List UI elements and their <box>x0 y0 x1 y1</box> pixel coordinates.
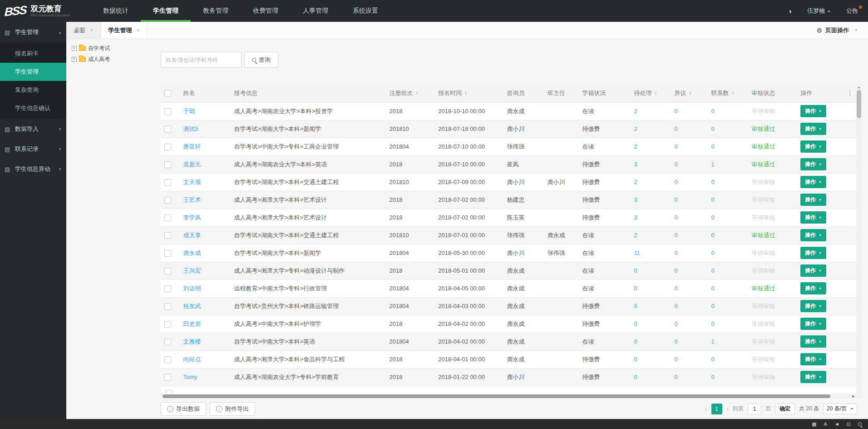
row-checkbox[interactable] <box>164 321 171 328</box>
row-checkbox[interactable] <box>164 339 171 345</box>
pending-count-link[interactable]: 11 <box>634 249 640 256</box>
expand-icon[interactable]: + <box>72 57 77 62</box>
pending-count-link[interactable]: 0 <box>634 285 637 292</box>
row-action-button[interactable]: 操作▼ <box>800 353 826 365</box>
pending-count-link[interactable]: 3 <box>634 196 637 203</box>
nav-item-hr[interactable]: 人事管理 <box>291 0 340 22</box>
row-action-button[interactable]: 操作▼ <box>800 247 826 259</box>
student-name-link[interactable]: 成天享 <box>183 232 201 239</box>
horizontal-scrollbar[interactable]: ▶ <box>161 394 856 399</box>
pending-count-link[interactable]: 3 <box>634 161 637 168</box>
row-checkbox[interactable] <box>164 126 171 133</box>
row-checkbox[interactable] <box>164 179 171 186</box>
nav-item-academic[interactable]: 教务管理 <box>191 0 241 22</box>
contacts-count-link[interactable]: 0 <box>711 179 714 185</box>
row-action-button[interactable]: 操作▼ <box>800 158 826 170</box>
row-action-button[interactable]: 操作▼ <box>800 371 826 383</box>
sort-icon[interactable]: ▲▼ <box>731 91 734 95</box>
sort-icon[interactable]: ▲▼ <box>415 91 418 95</box>
sidebar-group-contact-records[interactable]: ▤ 联系记录 ▼ <box>0 139 66 159</box>
row-action-button[interactable]: 操作▼ <box>800 123 826 135</box>
row-action-button[interactable]: 操作▼ <box>800 264 826 277</box>
expand-icon[interactable]: + <box>72 46 77 51</box>
student-name-link[interactable]: 文雅楼 <box>183 338 201 345</box>
sidebar-item-student-mgmt[interactable]: 学生管理 <box>0 63 66 81</box>
scroll-up-icon[interactable]: ▲ <box>858 84 861 90</box>
student-name-link[interactable]: 萧亚轩 <box>183 143 201 150</box>
row-checkbox[interactable] <box>164 356 171 363</box>
pending-count-link[interactable]: 2 <box>634 232 637 239</box>
contacts-count-link[interactable]: 0 <box>711 285 714 292</box>
row-checkbox[interactable] <box>164 214 171 221</box>
prev-page-icon[interactable]: ‹ <box>705 405 707 413</box>
pending-count-link[interactable]: 0 <box>634 303 637 309</box>
contacts-count-link[interactable]: 0 <box>711 374 714 380</box>
row-action-button[interactable]: 操作▼ <box>800 282 826 294</box>
student-name-link[interactable]: 文天项 <box>183 179 201 185</box>
row-checkbox[interactable] <box>166 390 173 393</box>
tray-input-method-icon[interactable]: A <box>824 419 827 429</box>
student-name-link[interactable]: 刘达明 <box>183 285 201 292</box>
student-name-link[interactable]: 测试5 <box>183 125 198 132</box>
sidebar-section-students[interactable]: ▤ 学生管理 ▲ <box>0 22 66 43</box>
scroll-right-icon[interactable]: ▶ <box>851 394 856 398</box>
student-name-link[interactable]: 李学风 <box>183 214 201 221</box>
select-all-checkbox[interactable] <box>164 90 171 97</box>
row-checkbox[interactable] <box>164 144 171 150</box>
page-actions-dropdown[interactable]: ⚙ 页面操作 ▼ <box>807 22 868 39</box>
pending-count-link[interactable]: 0 <box>634 356 637 363</box>
row-action-button[interactable]: 操作▼ <box>800 335 826 348</box>
horizontal-scrollbar-thumb[interactable] <box>163 394 830 398</box>
contacts-count-link[interactable]: 0 <box>711 232 714 239</box>
tray-volume-icon[interactable]: ◄ <box>834 419 839 429</box>
row-checkbox[interactable] <box>164 250 171 257</box>
column-header-8[interactable]: 异议▲▼ <box>671 84 708 102</box>
dispute-count-link[interactable]: 0 <box>675 143 678 150</box>
contacts-count-link[interactable]: 0 <box>711 125 714 132</box>
contacts-count-link[interactable]: 0 <box>711 303 714 309</box>
row-checkbox[interactable] <box>164 268 171 274</box>
goto-page-input[interactable] <box>748 404 761 414</box>
student-name-link[interactable]: 于聪 <box>183 108 195 115</box>
pending-count-link[interactable]: 2 <box>634 125 637 132</box>
theme-palette-icon[interactable]: ◑ <box>788 7 792 15</box>
dispute-count-link[interactable]: 0 <box>675 356 678 363</box>
student-name-link[interactable]: Tomy <box>183 374 197 380</box>
dispute-count-link[interactable]: 0 <box>675 161 678 168</box>
pending-count-link[interactable]: 2 <box>634 108 637 115</box>
row-action-button[interactable]: 操作▼ <box>800 194 826 206</box>
student-name-link[interactable]: 王艺术 <box>183 196 201 203</box>
row-checkbox[interactable] <box>164 108 171 115</box>
contacts-count-link[interactable]: 1 <box>711 338 714 345</box>
dispute-count-link[interactable]: 0 <box>675 179 678 185</box>
dispute-count-link[interactable]: 0 <box>675 196 678 203</box>
dispute-count-link[interactable]: 0 <box>675 108 678 115</box>
sidebar-item-info-confirm[interactable]: 学生信息确认 <box>0 99 66 117</box>
next-page-icon[interactable]: › <box>726 405 729 413</box>
nav-item-students[interactable]: 学生管理 <box>141 0 191 22</box>
sort-icon[interactable]: ▲▼ <box>689 91 692 95</box>
student-name-link[interactable]: 田史岩 <box>183 320 201 327</box>
close-icon[interactable]: × <box>137 27 140 34</box>
column-header-2[interactable]: 注册批次▲▼ <box>385 84 434 102</box>
nav-item-statistics[interactable]: 数据统计 <box>91 0 141 22</box>
row-action-button[interactable]: 操作▼ <box>800 105 826 117</box>
row-action-button[interactable]: 操作▼ <box>800 318 826 330</box>
sidebar-item-complex-query[interactable]: 复杂查询 <box>0 81 66 99</box>
close-icon[interactable]: × <box>90 27 94 34</box>
row-checkbox[interactable] <box>164 285 171 292</box>
dispute-count-link[interactable]: 0 <box>675 249 678 256</box>
dispute-count-link[interactable]: 0 <box>675 267 678 274</box>
row-checkbox[interactable] <box>164 303 171 310</box>
tab-desktop[interactable]: 桌面 × <box>66 22 101 39</box>
contacts-count-link[interactable]: 0 <box>711 249 714 256</box>
more-columns-icon[interactable]: ⋮ <box>843 84 856 102</box>
student-name-link[interactable]: 龚永成 <box>183 249 201 256</box>
row-action-button[interactable]: 操作▼ <box>800 300 826 312</box>
sidebar-group-student-changes[interactable]: ▤ 学生信息异动 ▼ <box>0 159 66 179</box>
search-button[interactable]: 查询 <box>244 52 278 68</box>
contacts-count-link[interactable]: 0 <box>711 320 714 327</box>
pending-count-link[interactable]: 2 <box>634 143 637 150</box>
pending-count-link[interactable]: 0 <box>634 320 637 327</box>
contacts-count-link[interactable]: 0 <box>711 356 714 363</box>
